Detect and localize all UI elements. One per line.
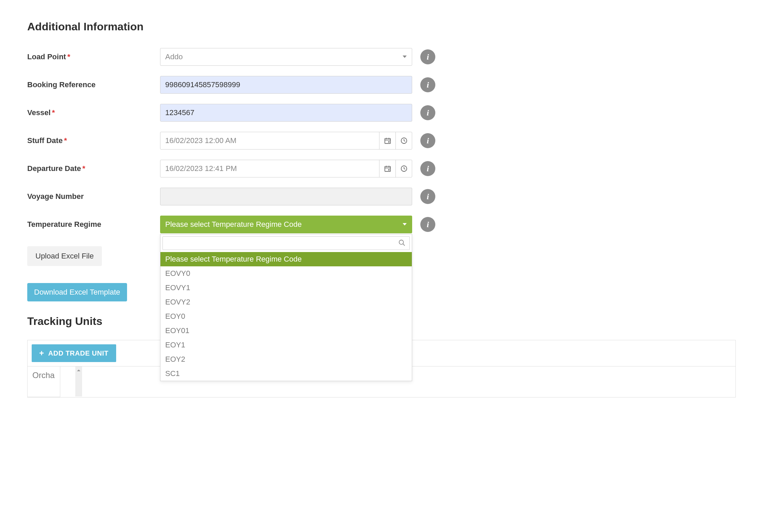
- vessel-input[interactable]: 1234567: [160, 104, 412, 122]
- upload-excel-button[interactable]: Upload Excel File: [27, 246, 102, 266]
- dropdown-option[interactable]: EOVY2: [160, 295, 412, 309]
- dropdown-option[interactable]: EOVY0: [160, 266, 412, 281]
- row-temp-regime: Temperature Regime Please select Tempera…: [27, 216, 736, 233]
- label-voyage-number: Voyage Number: [27, 192, 160, 201]
- departure-date-value: 16/02/2023 12:41 PM: [165, 164, 379, 173]
- table-column-header: Orcha: [28, 366, 60, 397]
- svg-rect-12: [388, 169, 389, 171]
- row-vessel: Vessel* 1234567 i: [27, 104, 736, 122]
- info-icon[interactable]: i: [420, 49, 435, 64]
- dropdown-option[interactable]: EOY0: [160, 309, 412, 324]
- dropdown-search-input[interactable]: [162, 236, 410, 250]
- chevron-down-icon: [402, 223, 407, 226]
- label-vessel: Vessel*: [27, 108, 160, 117]
- section-title: Additional Information: [27, 20, 736, 33]
- chevron-down-icon: [402, 55, 407, 59]
- search-icon: [398, 239, 406, 247]
- row-stuff-date: Stuff Date* 16/02/2023 12:00 AM i: [27, 132, 736, 150]
- clock-icon[interactable]: [395, 132, 412, 149]
- dropdown-option[interactable]: EOY1: [160, 338, 412, 352]
- plus-icon: +: [39, 349, 44, 357]
- temp-regime-select[interactable]: Please select Temperature Regime Code: [160, 216, 412, 233]
- label-departure-date: Departure Date*: [27, 164, 160, 173]
- svg-line-17: [403, 244, 405, 246]
- dropdown-option[interactable]: Please select Temperature Regime Code: [160, 252, 412, 266]
- dropdown-option[interactable]: EOY01: [160, 324, 412, 338]
- label-load-point: Load Point*: [27, 52, 160, 61]
- stuff-date-value: 16/02/2023 12:00 AM: [165, 136, 379, 145]
- scroll-up-icon[interactable]: [75, 366, 82, 396]
- departure-date-input[interactable]: 16/02/2023 12:41 PM: [160, 160, 412, 177]
- temp-regime-dropdown: Please select Temperature Regime CodeEOV…: [160, 234, 412, 381]
- booking-ref-value: 998609145857598999: [165, 80, 240, 89]
- svg-line-15: [404, 169, 405, 169]
- add-trade-unit-button[interactable]: + ADD TRADE UNIT: [32, 344, 116, 362]
- dropdown-option[interactable]: EOVY1: [160, 281, 412, 295]
- booking-ref-input[interactable]: 998609145857598999: [160, 76, 412, 94]
- svg-rect-4: [388, 141, 389, 143]
- row-departure-date: Departure Date* 16/02/2023 12:41 PM i: [27, 160, 736, 177]
- voyage-number-input[interactable]: [160, 188, 412, 205]
- label-stuff-date: Stuff Date*: [27, 136, 160, 145]
- info-icon[interactable]: i: [420, 77, 435, 92]
- clock-icon[interactable]: [395, 160, 412, 177]
- svg-point-16: [399, 240, 404, 245]
- info-icon[interactable]: i: [420, 217, 435, 232]
- vessel-value: 1234567: [165, 108, 194, 117]
- info-icon[interactable]: i: [420, 189, 435, 204]
- svg-rect-8: [385, 167, 390, 172]
- calendar-icon[interactable]: [379, 132, 395, 149]
- load-point-value: Addo: [165, 52, 183, 61]
- row-voyage-number: Voyage Number i: [27, 188, 736, 205]
- dropdown-option[interactable]: SC1: [160, 366, 412, 381]
- row-load-point: Load Point* Addo i: [27, 48, 736, 66]
- dropdown-option[interactable]: EOY2: [160, 352, 412, 366]
- download-template-button[interactable]: Download Excel Template: [27, 283, 127, 301]
- calendar-icon[interactable]: [379, 160, 395, 177]
- row-booking-ref: Booking Reference 998609145857598999 i: [27, 76, 736, 94]
- label-booking-ref: Booking Reference: [27, 80, 160, 89]
- info-icon[interactable]: i: [420, 161, 435, 176]
- label-temp-regime: Temperature Regime: [27, 220, 160, 229]
- add-trade-unit-label: ADD TRADE UNIT: [48, 349, 109, 357]
- stuff-date-input[interactable]: 16/02/2023 12:00 AM: [160, 132, 412, 150]
- info-icon[interactable]: i: [420, 105, 435, 120]
- temp-regime-placeholder: Please select Temperature Regime Code: [165, 220, 302, 229]
- svg-line-7: [404, 141, 405, 141]
- svg-rect-0: [385, 139, 390, 144]
- load-point-select[interactable]: Addo: [160, 48, 412, 66]
- info-icon[interactable]: i: [420, 133, 435, 148]
